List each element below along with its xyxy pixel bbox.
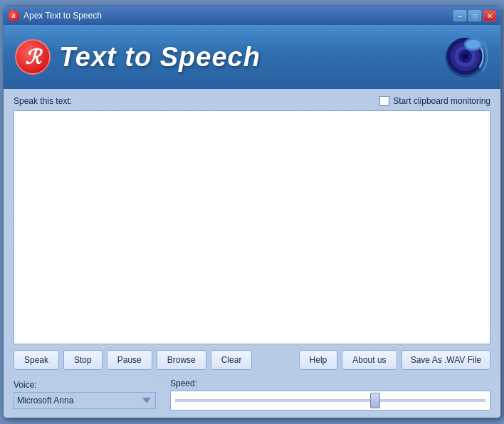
clipboard-row: Start clipboard monitoring: [379, 96, 490, 106]
svg-point-7: [466, 39, 481, 48]
maximize-button[interactable]: □: [468, 10, 481, 21]
clipboard-checkbox[interactable]: [379, 96, 389, 106]
clear-button[interactable]: Clear: [211, 350, 253, 370]
title-bar: a Apex Text to Speech – □ ✕: [4, 6, 500, 25]
speed-label: Speed:: [170, 378, 490, 388]
speed-section: Speed:: [170, 378, 490, 410]
top-controls: Speak this text: Start clipboard monitor…: [14, 96, 490, 106]
stop-button[interactable]: Stop: [63, 350, 103, 370]
window-controls: – □ ✕: [453, 10, 496, 21]
buttons-row: Speak Stop Pause Browse Clear Help About…: [14, 349, 490, 371]
text-area-wrapper: [14, 110, 490, 344]
speech-text-input[interactable]: [14, 111, 490, 344]
speed-slider[interactable]: [175, 399, 485, 402]
speak-button[interactable]: Speak: [14, 350, 59, 370]
main-window: a Apex Text to Speech – □ ✕ ℛ Text to Sp…: [3, 6, 501, 418]
pause-button[interactable]: Pause: [107, 350, 152, 370]
window-title: Apex Text to Speech: [23, 11, 102, 21]
browse-button[interactable]: Browse: [157, 350, 206, 370]
title-bar-left: a Apex Text to Speech: [8, 10, 102, 21]
svg-point-5: [461, 53, 468, 59]
help-button[interactable]: Help: [299, 350, 338, 370]
speak-label: Speak this text:: [14, 96, 72, 106]
speed-slider-container: [170, 391, 490, 410]
clipboard-label: Start clipboard monitoring: [393, 96, 490, 106]
save-wav-button[interactable]: Save As .WAV File: [401, 350, 490, 370]
voice-label: Voice:: [14, 380, 156, 390]
header-logo: ℛ: [15, 39, 51, 75]
minimize-button[interactable]: –: [453, 10, 466, 21]
speaker-icon: [436, 31, 493, 84]
close-button[interactable]: ✕: [483, 10, 496, 21]
bottom-row: Voice: Microsoft Anna Microsoft Sam Micr…: [14, 376, 490, 412]
app-icon: a: [8, 10, 19, 21]
about-button[interactable]: About us: [342, 350, 397, 370]
content-area: Speak this text: Start clipboard monitor…: [4, 89, 500, 418]
header-banner: ℛ Text to Speech: [4, 25, 500, 89]
header-title: Text to Speech: [59, 42, 261, 73]
voice-section: Voice: Microsoft Anna Microsoft Sam Micr…: [14, 380, 156, 409]
voice-select[interactable]: Microsoft Anna Microsoft Sam Microsoft M…: [14, 392, 156, 409]
